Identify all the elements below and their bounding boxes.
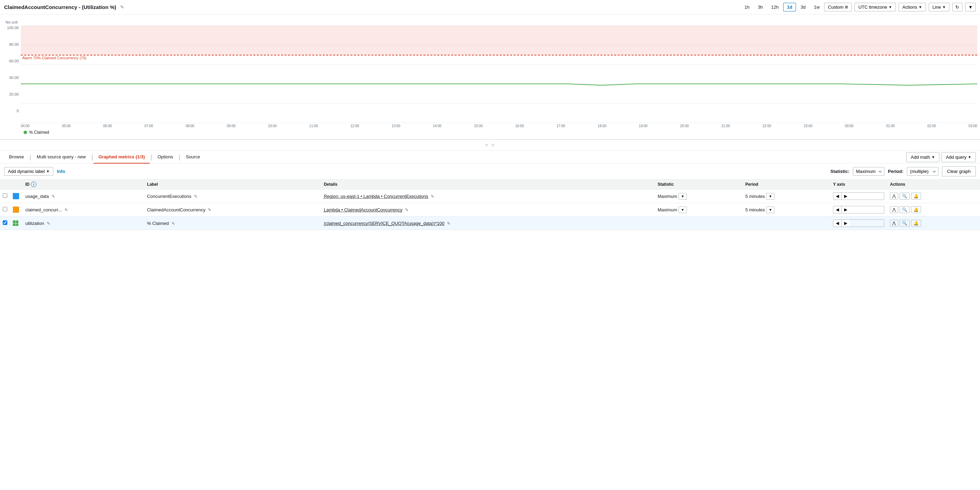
more-options-button[interactable]: ▼ (965, 3, 976, 11)
time-range-selector: 1h 3h 12h 1d 3d 1w Custom ⊞ (741, 3, 852, 11)
statistic-dropdown-claimed[interactable]: ▼ (679, 207, 687, 213)
time-btn-1d[interactable]: 1d (783, 3, 796, 11)
action-metric-icon[interactable]: ⋀ (890, 206, 898, 213)
id-info-icon[interactable]: i (31, 181, 37, 187)
x-axis: 04:00 05:00 06:00 07:00 08:00 09:00 10:0… (3, 123, 977, 128)
metrics-table: ID i Label Details Statistic Period Y ax… (0, 180, 980, 230)
chart-container: No unit 100.00 80.00 60.00 40.00 20.00 0… (0, 14, 980, 140)
row-id-usage-data: usage_data (25, 194, 49, 199)
drag-handle[interactable]: = = (0, 140, 980, 151)
action-metric-icon[interactable]: ⋀ (890, 192, 898, 200)
th-id: ID i (22, 180, 144, 189)
chevron-down-icon: ▼ (889, 5, 892, 9)
grid-line-0 (21, 123, 977, 123)
row-id-claimed: claimed_concurr... (25, 207, 62, 212)
action-search-icon[interactable]: 🔍 (900, 206, 910, 213)
y-axis-arrows-claimed: ◀ ▶ (833, 206, 885, 213)
row-checkbox-usage-data[interactable] (3, 193, 7, 198)
time-btn-1w[interactable]: 1w (810, 3, 824, 11)
row-period-claimed: 5 minutes (745, 207, 765, 212)
add-dynamic-label-button[interactable]: Add dynamic label ▼ (4, 167, 53, 176)
add-math-button[interactable]: Add math ▼ (906, 152, 939, 162)
tab-graphed-metrics[interactable]: Graphed metrics (1/3) (94, 151, 150, 164)
period-label: Period: (888, 169, 904, 174)
edit-icon[interactable]: ✎ (431, 194, 434, 199)
y-axis-left-usage-data[interactable]: ◀ (834, 192, 842, 200)
y-axis-left-utilization[interactable]: ◀ (834, 220, 842, 227)
color-swatch-green (13, 220, 18, 226)
th-statistic: Statistic (655, 180, 743, 189)
row-details-usage-data[interactable]: Region: us-east-1 • Lambda • ConcurrentE… (324, 194, 428, 199)
edit-icon[interactable]: ✎ (172, 221, 175, 226)
action-search-icon[interactable]: 🔍 (900, 192, 910, 200)
y-axis-right-usage-data[interactable]: ▶ (842, 192, 850, 200)
tab-browse[interactable]: Browse (4, 151, 29, 164)
chevron-down-icon: ▼ (768, 194, 772, 198)
row-actions-claimed: ⋀ 🔍 🔔 (890, 206, 977, 213)
y-axis-right-claimed[interactable]: ▶ (842, 206, 850, 213)
tab-options[interactable]: Options (153, 151, 178, 164)
chevron-down-icon: ▼ (919, 5, 922, 9)
y-axis-left-claimed[interactable]: ◀ (834, 206, 842, 213)
th-color (10, 180, 22, 189)
time-btn-12h[interactable]: 12h (767, 3, 783, 11)
period-select[interactable]: (multiple) 1 minute 5 minutes 1 hour 1 d… (907, 167, 939, 176)
y-axis-arrows-usage-data: ◀ ▶ (833, 192, 885, 200)
table-row: usage_data ✎ ConcurrentExecutions ✎ Regi… (0, 189, 980, 203)
chevron-down-icon: ▼ (942, 5, 946, 9)
statistic-dropdown-usage-data[interactable]: ▼ (679, 193, 687, 200)
action-bell-icon[interactable]: 🔔 (911, 192, 921, 200)
header: ClaimedAccountConcurrency - (Utilization… (0, 0, 980, 14)
chevron-down-icon: ▼ (931, 155, 935, 159)
add-query-button[interactable]: Add query ▼ (942, 152, 976, 162)
table-header-row: ID i Label Details Statistic Period Y ax… (0, 180, 980, 189)
clear-graph-button[interactable]: Clear graph (942, 166, 976, 177)
row-label-claimed: ClaimedAccountConcurrency (147, 207, 205, 212)
period-dropdown-claimed[interactable]: ▼ (766, 207, 775, 213)
action-search-icon[interactable]: 🔍 (900, 220, 910, 227)
y-axis-label: No unit (3, 20, 977, 24)
row-checkbox-claimed[interactable] (3, 207, 7, 212)
chevron-down-icon: ▼ (681, 194, 684, 198)
action-bell-icon[interactable]: 🔔 (911, 206, 921, 213)
grid-line-100 (21, 25, 977, 26)
edit-title-button[interactable]: ✎ (120, 5, 124, 10)
time-btn-3h[interactable]: 3h (754, 3, 767, 11)
action-metric-icon[interactable]: ⋀ (890, 220, 898, 227)
metric-line-svg (21, 25, 977, 123)
alarm-line (21, 55, 977, 56)
info-link[interactable]: Info (57, 169, 65, 174)
edit-icon[interactable]: ✎ (47, 221, 50, 226)
row-label-usage-data: ConcurrentExecutions (147, 194, 191, 199)
row-period-usage-data: 5 minutes (745, 194, 765, 199)
th-period: Period (743, 180, 830, 189)
statistic-select[interactable]: Maximum Minimum Average Sum Count (853, 167, 885, 176)
edit-icon[interactable]: ✎ (52, 194, 55, 199)
edit-icon[interactable]: ✎ (405, 208, 409, 212)
timezone-dropdown[interactable]: UTC timezone ▼ (854, 3, 896, 11)
chevron-down-icon: ▼ (681, 208, 684, 212)
time-btn-1h[interactable]: 1h (741, 3, 753, 11)
edit-icon[interactable]: ✎ (447, 221, 450, 226)
table-row: utilization ✎ % Claimed ✎ (claimed_concu… (0, 216, 980, 230)
tab-source[interactable]: Source (181, 151, 205, 164)
row-details-utilization[interactable]: (claimed_concurrency/SERVICE_QUOTA(usage… (324, 221, 444, 226)
th-checkbox (0, 180, 10, 189)
th-y-axis: Y axis (830, 180, 887, 189)
custom-time-button[interactable]: Custom ⊞ (824, 3, 852, 11)
y-axis-right-utilization[interactable]: ▶ (842, 220, 850, 227)
row-details-claimed[interactable]: Lambda • ClaimedAccountConcurrency (324, 207, 402, 212)
tab-multi-source[interactable]: Multi source query - new (32, 151, 91, 164)
action-bell-icon[interactable]: 🔔 (911, 220, 921, 227)
line-type-dropdown[interactable]: Line ▼ (929, 3, 950, 11)
actions-dropdown[interactable]: Actions ▼ (899, 3, 926, 11)
edit-icon[interactable]: ✎ (194, 194, 197, 199)
edit-icon[interactable]: ✎ (64, 208, 68, 212)
refresh-button[interactable]: ↻ (952, 3, 963, 11)
row-actions-utilization: ⋀ 🔍 🔔 (890, 220, 977, 227)
edit-icon[interactable]: ✎ (208, 208, 212, 212)
period-dropdown-usage-data[interactable]: ▼ (766, 193, 775, 200)
row-checkbox-utilization[interactable] (3, 220, 7, 225)
time-btn-3d[interactable]: 3d (797, 3, 809, 11)
row-statistic-usage-data: Maximum (658, 194, 677, 199)
